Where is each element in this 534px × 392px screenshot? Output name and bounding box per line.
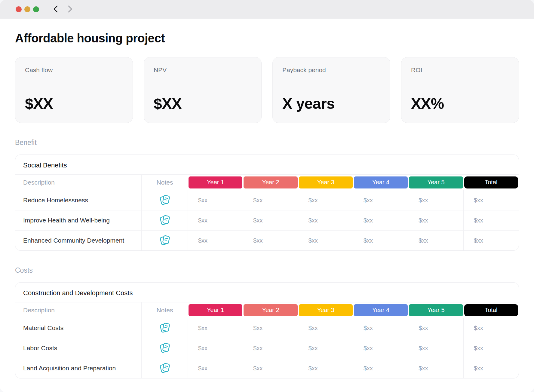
app-window: Affordable housing project Cash flow $XX… (0, 0, 534, 392)
value-cell[interactable]: $xx (298, 190, 353, 210)
value-cell[interactable]: $xx (188, 190, 243, 210)
kpi-row: Cash flow $XX NPV $XX Payback period X y… (15, 57, 519, 123)
value-cell[interactable]: $xx (298, 358, 353, 378)
notes-icon (158, 321, 171, 335)
table-header-row: Description Notes Year 1 Year 2 Year 3 Y… (15, 302, 519, 318)
page-title: Affordable housing project (15, 31, 519, 45)
value-cell[interactable]: $xx (188, 318, 243, 338)
table-row: Material Costs (15, 318, 519, 338)
value-cell[interactable]: $xx (408, 210, 463, 230)
value-cell[interactable]: $xx (353, 190, 408, 210)
value-cell[interactable]: $xx (408, 338, 463, 358)
notes-button[interactable] (158, 193, 171, 207)
table-row: Improve Health and Well-being (15, 210, 519, 230)
notes-icon (158, 361, 171, 375)
section-label-costs: Costs (15, 266, 519, 274)
kpi-card-cash-flow[interactable]: Cash flow $XX (15, 57, 133, 123)
kpi-value: $XX (154, 95, 252, 112)
value-cell-total[interactable]: $xx (464, 358, 519, 378)
row-description[interactable]: Enhanced Community Development (15, 231, 142, 250)
column-header-year-3[interactable]: Year 3 (299, 304, 353, 316)
chevron-left-icon (52, 5, 59, 14)
chevron-right-icon (67, 5, 73, 14)
notes-button[interactable] (158, 321, 171, 335)
value-cell[interactable]: $xx (243, 338, 298, 358)
value-cell[interactable]: $xx (353, 358, 408, 378)
zoom-button[interactable] (33, 6, 39, 12)
value-cell[interactable]: $xx (408, 231, 463, 250)
value-cell[interactable]: $xx (353, 338, 408, 358)
row-description[interactable]: Land Acquisition and Preparation (15, 358, 142, 378)
section-label-benefit: Benefit (15, 139, 519, 147)
value-cell[interactable]: $xx (353, 318, 408, 338)
value-cell[interactable]: $xx (188, 231, 243, 250)
value-cell-total[interactable]: $xx (464, 210, 519, 230)
notes-icon (158, 193, 171, 207)
kpi-card-roi[interactable]: ROI XX% (401, 57, 519, 123)
column-header-notes[interactable]: Notes (142, 302, 188, 318)
column-header-year-3[interactable]: Year 3 (299, 176, 353, 188)
traffic-lights (16, 6, 39, 12)
kpi-label: Payback period (282, 66, 380, 74)
value-cell[interactable]: $xx (243, 210, 298, 230)
row-description[interactable]: Improve Health and Well-being (15, 210, 142, 230)
minimize-button[interactable] (24, 6, 30, 12)
kpi-card-payback-period[interactable]: Payback period X years (272, 57, 390, 123)
column-header-year-2[interactable]: Year 2 (244, 176, 297, 188)
notes-button[interactable] (158, 361, 171, 375)
value-cell[interactable]: $xx (353, 210, 408, 230)
window-titlebar (0, 0, 534, 19)
value-cell[interactable]: $xx (188, 338, 243, 358)
notes-icon (158, 341, 171, 355)
notes-button[interactable] (158, 234, 171, 248)
value-cell-total[interactable]: $xx (464, 338, 519, 358)
value-cell[interactable]: $xx (298, 318, 353, 338)
value-cell-total[interactable]: $xx (464, 190, 519, 210)
notes-icon (158, 234, 171, 248)
column-header-year-2[interactable]: Year 2 (244, 304, 297, 316)
table-title[interactable]: Construction and Development Costs (15, 283, 519, 302)
benefit-table: Social Benefits Description Notes Year 1… (15, 155, 519, 251)
column-header-total[interactable]: Total (464, 176, 518, 188)
value-cell-total[interactable]: $xx (464, 231, 519, 250)
kpi-label: ROI (411, 66, 509, 74)
column-header-notes[interactable]: Notes (142, 175, 188, 190)
row-description[interactable]: Reduce Homelessness (15, 190, 142, 210)
notes-button[interactable] (158, 341, 171, 355)
value-cell[interactable]: $xx (188, 210, 243, 230)
close-button[interactable] (16, 6, 22, 12)
value-cell[interactable]: $xx (243, 231, 298, 250)
row-description[interactable]: Labor Costs (15, 338, 142, 358)
column-header-year-1[interactable]: Year 1 (189, 176, 242, 188)
table-title[interactable]: Social Benefits (15, 155, 519, 174)
value-cell[interactable]: $xx (408, 318, 463, 338)
notes-button[interactable] (158, 213, 171, 228)
value-cell[interactable]: $xx (298, 210, 353, 230)
notes-icon (158, 213, 171, 228)
value-cell[interactable]: $xx (298, 338, 353, 358)
column-header-description[interactable]: Description (15, 175, 142, 190)
value-cell[interactable]: $xx (243, 358, 298, 378)
value-cell[interactable]: $xx (353, 231, 408, 250)
value-cell[interactable]: $xx (408, 358, 463, 378)
back-button[interactable] (52, 5, 59, 14)
value-cell[interactable]: $xx (243, 318, 298, 338)
column-header-year-5[interactable]: Year 5 (409, 304, 463, 316)
value-cell[interactable]: $xx (243, 190, 298, 210)
value-cell-total[interactable]: $xx (464, 318, 519, 338)
value-cell[interactable]: $xx (188, 358, 243, 378)
kpi-card-npv[interactable]: NPV $XX (144, 57, 262, 123)
column-header-year-5[interactable]: Year 5 (409, 176, 463, 188)
kpi-value: X years (282, 95, 380, 112)
forward-button[interactable] (67, 5, 73, 14)
value-cell[interactable]: $xx (408, 190, 463, 210)
row-description[interactable]: Material Costs (15, 318, 142, 338)
column-header-year-4[interactable]: Year 4 (354, 304, 408, 316)
column-header-total[interactable]: Total (464, 304, 518, 316)
table-header-row: Description Notes Year 1 Year 2 Year 3 Y… (15, 174, 519, 190)
value-cell[interactable]: $xx (298, 231, 353, 250)
kpi-value: XX% (411, 95, 509, 112)
column-header-description[interactable]: Description (15, 302, 142, 318)
column-header-year-1[interactable]: Year 1 (189, 304, 242, 316)
column-header-year-4[interactable]: Year 4 (354, 176, 408, 188)
